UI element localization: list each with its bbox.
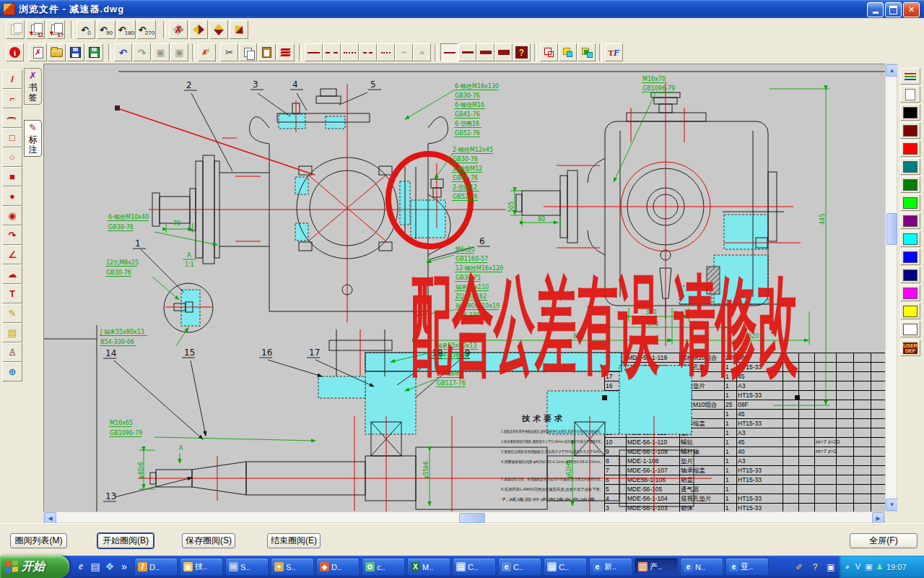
undo-button[interactable]: ↶ (114, 43, 132, 61)
color-swatch-1[interactable] (900, 122, 920, 139)
user-defined-color-button[interactable]: USER DEF (900, 340, 920, 356)
vertical-scrollbar[interactable]: ▲ ▼ (885, 64, 897, 512)
save-as-button[interactable] (85, 43, 103, 61)
tab-bookmarks[interactable]: ✗书签 (24, 68, 42, 105)
no-mirror-button[interactable]: ✗ (169, 20, 188, 39)
color-swatch-10[interactable] (900, 285, 920, 301)
color-swatch-12[interactable] (900, 321, 920, 337)
review-list-button[interactable]: 圈阅列表(M) (10, 533, 67, 548)
chevron-icon[interactable]: » (117, 558, 131, 574)
minimize-button[interactable] (867, 2, 884, 17)
find-page-button[interactable]: ▼ 1? (46, 20, 65, 39)
color-swatch-4[interactable] (900, 176, 920, 193)
taskbar-task-6[interactable]: ✿c.. (362, 558, 405, 576)
arc-tool[interactable]: ( (2, 108, 22, 128)
curved-arrow-tool[interactable]: ↷ (2, 225, 22, 245)
cloud-tool[interactable]: ☁ (2, 264, 22, 284)
filled-rect-tool[interactable]: ■ (2, 167, 22, 186)
shield-tray-icon[interactable]: V (853, 562, 863, 571)
opacity-solid-button[interactable] (578, 43, 596, 61)
copy-button[interactable] (239, 43, 257, 61)
opacity-half-button[interactable] (559, 43, 577, 61)
help-tray-icon[interactable]: ? (807, 562, 823, 572)
show-desktop-icon[interactable]: ▤ (88, 558, 103, 574)
paper-color-button[interactable] (900, 86, 920, 103)
taskbar-task-11[interactable]: e新.. (589, 558, 632, 576)
color-swatch-8[interactable] (900, 249, 920, 265)
line-tool[interactable]: / (2, 69, 22, 89)
tab-markup[interactable]: ✎标注 (24, 120, 42, 157)
start-button[interactable]: 开始 (0, 556, 69, 578)
mirror-vertical-button[interactable] (209, 20, 228, 39)
stamp-tool[interactable]: ♙ (2, 342, 22, 362)
zoom-extents-button[interactable]: ▣ (170, 43, 188, 61)
linewidth-2-button[interactable] (458, 43, 476, 61)
user-tray-icon[interactable]: ♟ (874, 562, 885, 571)
linestyle-solid-button[interactable] (305, 43, 323, 61)
taskbar-task-13[interactable]: eN.. (680, 558, 723, 576)
cut-button[interactable]: ✂ (220, 43, 238, 61)
rect-tool[interactable]: □ (2, 128, 22, 147)
end-review-button[interactable]: 结束圈阅(E) (267, 533, 321, 548)
ellipse-tool[interactable]: ○ (2, 147, 22, 167)
scroll-up-button[interactable]: ▲ (886, 64, 898, 77)
color-swatch-0[interactable] (900, 104, 920, 121)
network-tray-icon[interactable]: ▣ (863, 562, 874, 571)
image-tool[interactable]: ⊕ (2, 362, 22, 381)
taskbar-task-4[interactable]: ✦S.. (271, 558, 314, 576)
taskbar-task-1[interactable]: 7D.. (134, 558, 178, 576)
opacity-outline-button[interactable] (540, 43, 558, 61)
delete-markup-button[interactable]: ✐✗ (198, 43, 216, 61)
color-swatch-6[interactable] (900, 212, 920, 229)
scroll-down-button[interactable]: ▼ (886, 499, 898, 511)
goto-page-button[interactable]: ▼ 12 (26, 20, 45, 39)
window-tray-icon[interactable]: ▣ (823, 562, 839, 572)
color-swatch-11[interactable] (900, 303, 920, 319)
leader-tool[interactable]: ∠ (2, 245, 22, 264)
taskbar-task-5[interactable]: ◆D.. (316, 558, 359, 576)
color-swatch-7[interactable] (900, 230, 920, 247)
rotate-0-button[interactable]: ↶0 (77, 20, 95, 39)
rotate-90-button[interactable]: ↶90 (97, 20, 116, 39)
linewidth-4-button[interactable] (494, 43, 513, 61)
linestyle-dashdot-button[interactable] (359, 43, 377, 61)
pen-tray-icon[interactable]: ✐ (791, 562, 807, 572)
linestyle-zigzag-button[interactable]: ≈ (413, 43, 431, 61)
taskbar-task-12[interactable]: ◫产.. (635, 558, 678, 576)
text-format-button[interactable]: TF (605, 43, 623, 61)
paste-button[interactable] (258, 43, 276, 61)
taskbar-task-7[interactable]: XM.. (407, 558, 450, 576)
mirror-both-button[interactable] (230, 20, 248, 39)
drawing-canvas[interactable]: 19MDE-56-1-119螺栓M10组合2508F18MDE-56-1-118… (43, 64, 885, 512)
polyline-tool[interactable]: ⌐ (2, 89, 22, 108)
taskbar-task-3[interactable]: ✉S.. (225, 558, 269, 576)
filled-circle-tool[interactable]: ● (2, 186, 22, 206)
linestyle-dashdotdot-button[interactable] (377, 43, 395, 61)
redo-button[interactable]: ↷ (133, 43, 151, 61)
start-review-button[interactable]: 开始圈阅(B) (97, 533, 154, 548)
layers-button[interactable] (276, 43, 295, 61)
vertical-scroll-thumb[interactable] (886, 213, 897, 245)
restore-button[interactable] (885, 2, 902, 17)
fullscreen-button[interactable]: 全屏(F) (850, 533, 918, 548)
horizontal-scroll-thumb[interactable] (459, 513, 485, 523)
messenger-icon[interactable]: ❖ (103, 558, 117, 574)
linestyle-dot-button[interactable] (341, 43, 359, 61)
taskbar-task-14[interactable]: e亚.. (725, 558, 769, 576)
linewidth-1-button[interactable] (440, 43, 458, 61)
taskbar-task-9[interactable]: eC.. (498, 558, 541, 576)
player-tray-icon[interactable]: ◕ (842, 562, 853, 571)
taskbar-task-2[interactable]: ▣技.. (180, 558, 223, 576)
taskbar-task-10[interactable]: ▤C.. (544, 558, 587, 576)
filled-blob-tool[interactable]: ◉ (2, 206, 22, 225)
horizontal-scrollbar[interactable]: ◀ ▶ (43, 512, 885, 523)
rotate-180-button[interactable]: ↶180 (117, 20, 136, 39)
edit-file-button[interactable]: ✗ (29, 43, 47, 61)
layer-colors-button[interactable] (900, 68, 920, 85)
zoom-window-button[interactable]: ▣ (152, 43, 170, 61)
color-swatch-2[interactable] (900, 140, 920, 157)
ie-quicklaunch-icon[interactable]: e (74, 558, 88, 574)
linewidth-3-button[interactable] (476, 43, 494, 61)
note-tool[interactable]: ▤ (2, 323, 22, 342)
save-review-button[interactable]: 保存圈阅(S) (182, 533, 235, 548)
